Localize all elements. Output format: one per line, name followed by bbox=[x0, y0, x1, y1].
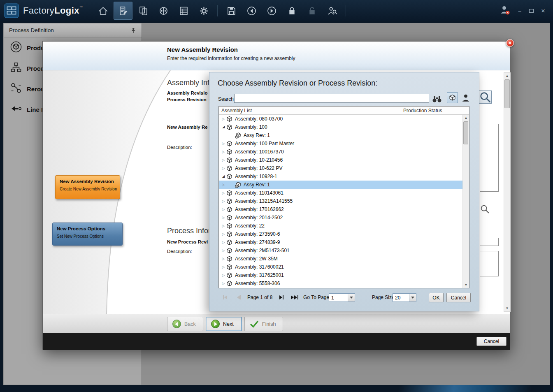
tree-row-assembly[interactable]: ▷Assembly: 10-210456 bbox=[219, 156, 462, 164]
list-scroll-down[interactable]: ▼ bbox=[463, 282, 469, 288]
expand-icon[interactable]: ▷ bbox=[221, 164, 226, 172]
restore-button[interactable] bbox=[529, 9, 534, 13]
assembly-icon bbox=[226, 198, 233, 204]
tree-row-assembly[interactable]: ▷Assembly: 317600021 bbox=[219, 263, 462, 271]
expand-icon[interactable]: ▷ bbox=[221, 115, 226, 123]
step-new-assembly-revision[interactable]: New Assembly Revision Create New Assembl… bbox=[55, 175, 120, 199]
tree-row-assembly[interactable]: ▷Assembly: 274839-9 bbox=[219, 238, 462, 246]
expand-icon[interactable]: ▷ bbox=[221, 213, 226, 222]
reports-icon[interactable] bbox=[174, 2, 193, 20]
scroll-down-arrow[interactable]: ▼ bbox=[504, 305, 510, 311]
expand-icon[interactable]: ▷ bbox=[221, 197, 226, 205]
tree-row-assembly[interactable]: ▷Assembly: 5558-306 bbox=[219, 279, 462, 288]
expand-icon[interactable]: ▷ bbox=[221, 230, 226, 238]
home-icon[interactable] bbox=[93, 2, 112, 20]
wizard-cancel-button[interactable]: Cancel bbox=[476, 337, 507, 346]
tree-row-assembly[interactable]: ▷Assembly: 22 bbox=[219, 222, 462, 230]
expand-icon[interactable]: ▷ bbox=[221, 205, 226, 213]
list-scrollbar[interactable]: ▲ ▼ bbox=[462, 115, 469, 288]
user-search-icon[interactable] bbox=[323, 2, 342, 20]
column-assembly-list[interactable]: Assembly List bbox=[221, 108, 252, 114]
unlock-icon[interactable] bbox=[302, 2, 321, 20]
chevron-down-icon[interactable] bbox=[348, 294, 355, 302]
tree-row-assembly-revision[interactable]: ▷Assy Rev: 1 bbox=[219, 181, 462, 189]
expand-icon[interactable]: ▷ bbox=[221, 263, 226, 271]
dialog-close-icon[interactable]: ✕ bbox=[506, 39, 514, 47]
back-button[interactable]: Back bbox=[167, 317, 203, 331]
tree-row-assembly[interactable]: ▷Assembly: 273590-6 bbox=[219, 230, 462, 238]
next-page-button[interactable] bbox=[277, 293, 286, 301]
next-button[interactable]: Next bbox=[206, 317, 242, 331]
tree-row-assembly[interactable]: ◢Assembly: 10928-1 bbox=[219, 172, 462, 181]
page-size-select[interactable]: 20 bbox=[393, 293, 416, 302]
browse-assembly-button[interactable] bbox=[479, 90, 492, 104]
settings-icon[interactable] bbox=[194, 2, 213, 20]
tree-row-assembly-revision[interactable]: Assy Rev: 1 bbox=[219, 131, 462, 139]
finish-button[interactable]: Finish bbox=[244, 317, 283, 331]
save-icon[interactable] bbox=[222, 2, 241, 20]
go-to-page-select[interactable]: 1 bbox=[329, 293, 355, 302]
nav-forward-icon[interactable] bbox=[262, 2, 281, 20]
tree-row-assembly[interactable]: ▷Assembly: 170162662 bbox=[219, 205, 462, 213]
step-title: New Assembly Revision bbox=[60, 179, 116, 184]
collapse-icon[interactable]: ◢ bbox=[221, 172, 226, 181]
scroll-thumb[interactable] bbox=[504, 79, 510, 108]
expand-icon[interactable]: ▷ bbox=[221, 279, 226, 288]
deploy-icon[interactable] bbox=[154, 2, 173, 20]
collapse-icon[interactable]: ◢ bbox=[221, 123, 226, 131]
expand-icon[interactable]: ▷ bbox=[221, 156, 226, 164]
column-production-status[interactable]: Production Status bbox=[403, 108, 442, 114]
list-scroll-up[interactable]: ▲ bbox=[463, 115, 469, 121]
tree-row-assembly[interactable]: ▷Assembly: 110143061 bbox=[219, 189, 462, 197]
pin-icon[interactable] bbox=[130, 27, 137, 34]
scroll-up-arrow[interactable]: ▲ bbox=[504, 73, 510, 79]
tree-row-assembly[interactable]: ▷Assembly: 100 Part Master bbox=[219, 139, 462, 148]
tree-row-assembly[interactable]: ▷Assembly: 080-03700 bbox=[219, 115, 462, 123]
description-textarea[interactable] bbox=[480, 251, 499, 276]
expand-icon[interactable]: ▷ bbox=[221, 238, 226, 246]
new-revision-field[interactable] bbox=[480, 238, 499, 246]
expand-icon[interactable]: ▷ bbox=[221, 139, 226, 148]
tree-row-assembly[interactable]: ▷Assembly: 2M51473-501 bbox=[219, 246, 462, 255]
last-page-button[interactable] bbox=[290, 293, 299, 301]
step-new-process-options[interactable]: New Process Options Set New Process Opti… bbox=[52, 223, 123, 246]
minimize-button[interactable]: – bbox=[516, 8, 523, 14]
tree-row-assembly[interactable]: ◢Assembly: 100 bbox=[219, 123, 462, 131]
close-window-button[interactable]: ✕ bbox=[540, 8, 546, 14]
lock-icon[interactable] bbox=[282, 2, 301, 20]
ok-button[interactable]: OK bbox=[429, 293, 444, 302]
app-logo-icon bbox=[4, 3, 19, 18]
tree-row-assembly[interactable]: ▷Assembly: 2014-2502 bbox=[219, 213, 462, 222]
tree-node-label: Assembly: 100 Part Master bbox=[235, 141, 294, 146]
production-icon[interactable] bbox=[134, 2, 153, 20]
expand-icon[interactable]: ▷ bbox=[221, 271, 226, 279]
first-page-button[interactable] bbox=[221, 293, 230, 301]
list-scroll-thumb[interactable] bbox=[463, 121, 468, 144]
process-definition-icon[interactable] bbox=[114, 2, 132, 20]
popup-cancel-button[interactable]: Cancel bbox=[446, 293, 471, 302]
tree-row-assembly[interactable]: ▷Assembly: 10-622 PV bbox=[219, 164, 462, 172]
tree-row-assembly[interactable]: ▷Assembly: 100167370 bbox=[219, 148, 462, 156]
tree-row-assembly[interactable]: ▷Assembly: 317625001 bbox=[219, 271, 462, 279]
previous-page-button[interactable] bbox=[235, 293, 244, 301]
expand-icon[interactable]: ▷ bbox=[221, 246, 226, 255]
filter-by-assembly-button[interactable] bbox=[447, 92, 458, 103]
assembly-icon bbox=[226, 148, 233, 155]
tree-row-assembly[interactable]: ▷Assembly: 13215A141555 bbox=[219, 197, 462, 205]
binoculars-icon[interactable] bbox=[432, 95, 442, 103]
wizard-scrollbar[interactable]: ▲ ▼ bbox=[504, 72, 511, 312]
tree-row-assembly[interactable]: ▷Assembly: 2W-35M bbox=[219, 255, 462, 263]
assembly-icon bbox=[226, 124, 233, 130]
filter-by-person-icon[interactable] bbox=[461, 93, 470, 102]
nav-back-icon[interactable] bbox=[242, 2, 261, 20]
expand-icon[interactable]: ▷ bbox=[221, 222, 226, 230]
search-input[interactable] bbox=[234, 94, 429, 103]
assembly-revision-icon bbox=[235, 132, 242, 139]
chevron-down-icon[interactable] bbox=[409, 294, 416, 302]
expand-icon[interactable]: ▷ bbox=[221, 189, 226, 197]
expand-icon[interactable]: ▷ bbox=[221, 148, 226, 156]
user-logout-icon[interactable] bbox=[499, 5, 510, 17]
expand-icon[interactable]: ▷ bbox=[221, 255, 226, 263]
expand-icon[interactable]: ▷ bbox=[221, 181, 226, 189]
process-icon bbox=[10, 61, 22, 75]
